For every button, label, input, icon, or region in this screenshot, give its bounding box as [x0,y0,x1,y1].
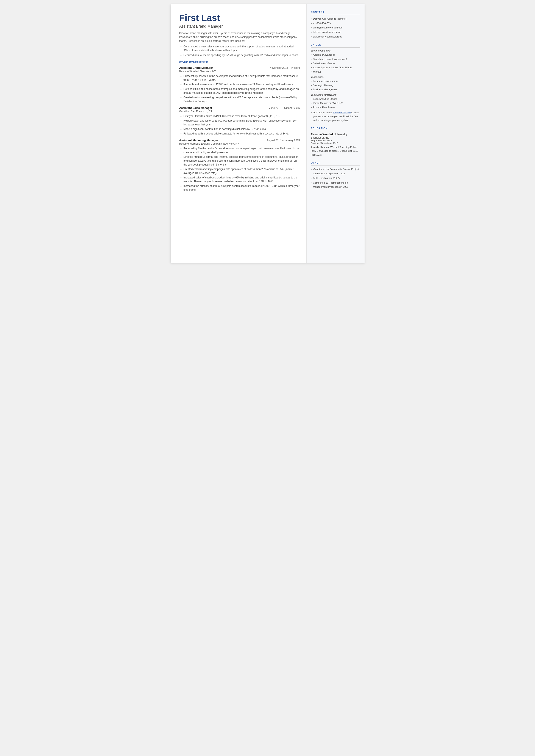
job-1-bullet-3: Refined offline and online brand strateg… [183,87,300,95]
job-2-bullets: First-year Growthsi Store $549,980 incre… [183,114,300,136]
technology-skills-label: Technology Skills: [311,49,360,52]
candidate-name: First Last [179,13,300,23]
other-list: Volunteered in Community Bazaar Project,… [311,167,360,189]
tools-list: Lean Analytics Stages Pirate Metrics or … [311,97,360,110]
other-heading: OTHER [311,161,360,165]
skills-section: SKILLS Technology Skills: Airtable (Adva… [311,43,360,122]
job-1-bullets: Successfully assisted in the development… [183,74,300,103]
job-3-bullet-5: Increased the quantity of annual new pai… [183,184,300,192]
contact-list: Denver, OH (Open to Remote) +1-234-456-7… [311,16,360,39]
job-3-bullets: Reduced by 6% the product's cost due to … [183,147,300,192]
edu-awards: Awards: Resume Worded Teaching Fellow (o… [311,146,360,157]
job-1: Assistant Brand Manager November 2015 – … [179,66,300,103]
job-2-bullet-2: Helped coach and foster 2-$1,000,000 top… [183,119,300,126]
job-1-dates: November 2015 – Present [269,66,300,70]
candidate-title: Assistant Brand Manager [179,24,300,29]
contact-github: github.com/resumeworded [311,35,360,39]
job-2: Assistant Sales Manager June 2013 – Octo… [179,106,300,136]
techniques-label: Techniques: [311,76,360,78]
job-2-dates: June 2013 – October 2015 [269,106,300,109]
contact-linkedin: linkedin.com/in/username [311,30,360,35]
skill-tech-5: Minitab [311,70,360,74]
other-section: OTHER Volunteered in Community Bazaar Pr… [311,161,360,189]
other-item-1: Volunteered in Community Bazaar Project,… [311,167,360,176]
techniques-list: Business Development Strategic Planning … [311,79,360,92]
job-3-header: Assistant Marketing Manager August 2010 … [179,139,300,142]
edu-school: Resume Worded University [311,133,360,136]
work-experience-heading: WORK EXPERIENCE [179,61,300,64]
job-2-company: Growthsi, San Francisco, CA [179,110,300,113]
skill-tech-4: Adobe Systems Adobe After Effects [311,66,360,70]
job-3-company: Resume Worded's Exciting Company, New Yo… [179,142,300,145]
job-1-bullet-2: Raised brand awareness to 27.5% and publ… [183,83,300,86]
summary-bullet-2: Reduced annual media spending by 17% thr… [183,53,300,57]
right-column: CONTACT Denver, OH (Open to Remote) +1-2… [306,4,365,263]
job-2-title: Assistant Sales Manager [179,106,212,109]
contact-phone: +1-234-456-789 [311,21,360,26]
skill-tool-3: Porter's Five Forces [311,105,360,110]
job-3-bullet-2: Directed numerous formal and informal pr… [183,155,300,167]
other-item-2: ABC Certification (2022) [311,176,360,181]
job-3: Assistant Marketing Manager August 2010 … [179,139,300,192]
edu-major: Major in Economics [311,139,360,142]
job-3-bullet-1: Reduced by 6% the product's cost due to … [183,147,300,154]
left-column: First Last Assistant Brand Manager Creat… [171,4,306,263]
job-1-title: Assistant Brand Manager [179,66,213,70]
job-1-header: Assistant Brand Manager November 2015 – … [179,66,300,70]
job-1-company: Resume Worded, New York, NY [179,70,300,73]
summary-text: Creative brand manager with over 5 years… [179,31,300,43]
skills-heading: SKILLS [311,43,360,48]
job-3-dates: August 2010 – January 2013 [267,139,300,142]
summary-bullet-1: Commenced a new sales coverage procedure… [183,44,300,52]
promo-link[interactable]: Resume Worded [333,111,351,114]
edu-degree: Bachelor of Arts [311,136,360,139]
other-item-3: Completed 10+ competitions on Management… [311,181,360,189]
job-2-bullet-1: First-year Growthsi Store $549,980 incre… [183,114,300,118]
skill-technique-2: Strategic Planning [311,83,360,88]
skill-technique-1: Business Development [311,79,360,83]
contact-section: CONTACT Denver, OH (Open to Remote) +1-2… [311,11,360,39]
job-1-bullet-1: Successfully assisted in the development… [183,74,300,82]
contact-email: email@resumeworded.com [311,25,360,30]
job-3-bullet-4: Increased sales of yearbook product line… [183,176,300,183]
tools-label: Tools and Frameworks: [311,94,360,96]
education-section: EDUCATION Resume Worded University Bache… [311,127,360,157]
skill-tech-3: Salesforce software [311,61,360,66]
contact-location: Denver, OH (Open to Remote) [311,16,360,21]
promo-text: Don't forget to use Resume Worded to sca… [311,111,360,122]
job-1-bullet-4: Created various marketing campaigns with… [183,96,300,103]
summary-bullets: Commenced a new sales coverage procedure… [183,44,300,57]
job-2-bullet-3: Made a significant contribution in boost… [183,127,300,131]
skill-tool-1: Lean Analytics Stages [311,97,360,101]
job-2-header: Assistant Sales Manager June 2013 – Octo… [179,106,300,109]
technology-skills-list: Airtable (Advanced) SmugMug Flickr (Expe… [311,53,360,74]
edu-location-date: Boston, MA — May 2010 [311,142,360,145]
skill-tech-2: SmugMug Flickr (Experienced) [311,57,360,61]
education-heading: EDUCATION [311,127,360,131]
job-3-title: Assistant Marketing Manager [179,139,218,142]
job-2-bullet-4: Followed up with previous offsite contra… [183,132,300,136]
contact-heading: CONTACT [311,11,360,15]
job-3-bullet-3: Created email marketing campaigns with o… [183,167,300,175]
skill-tool-2: Pirate Metrics or "AARRR!" [311,101,360,105]
skill-technique-3: Business Management [311,88,360,92]
resume-page: First Last Assistant Brand Manager Creat… [171,4,365,263]
skill-tech-1: Airtable (Advanced) [311,53,360,57]
